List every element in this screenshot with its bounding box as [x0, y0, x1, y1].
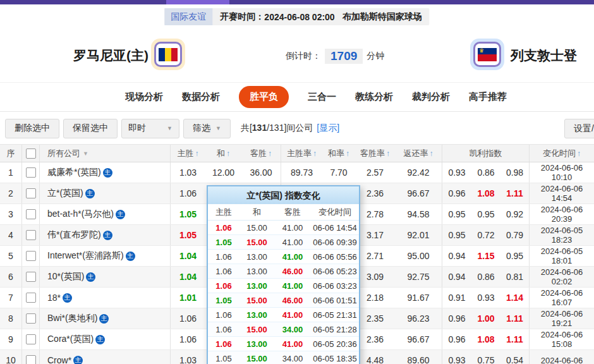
- checkbox-icon: [26, 188, 36, 198]
- show-link[interactable]: [显示]: [317, 123, 339, 133]
- cell-kelly-1: 0.96: [442, 183, 471, 203]
- company-name: 18*: [47, 293, 61, 303]
- cell-payout: 96.67: [395, 329, 442, 349]
- sort-asc-icon: ↑: [386, 149, 390, 158]
- cell-kelly-1: 0.96: [442, 308, 471, 329]
- row-number: 9: [0, 329, 22, 349]
- cell-home-rate: 89.73: [281, 162, 322, 183]
- countdown-unit: 分钟: [367, 51, 384, 62]
- cell-draw-odds: 12.00: [205, 162, 241, 183]
- keep-selected-button[interactable]: 保留选中: [63, 119, 118, 138]
- col-header-away[interactable]: 客胜↑: [241, 145, 281, 162]
- tab-三合一[interactable]: 三合一: [308, 91, 336, 103]
- cell-kelly-2: 0.95: [471, 204, 500, 224]
- company-cell[interactable]: Cora*(英国)主: [40, 329, 171, 349]
- col-header-kelly: 凯利指数: [442, 145, 530, 162]
- cell-payout: 92.75: [395, 267, 442, 287]
- change-time-text: 2024-06-0518:01: [541, 246, 583, 265]
- cell-kelly-2: 0.86: [471, 162, 500, 183]
- cell-kelly-2: 1.08: [471, 329, 500, 349]
- cell-kelly-2: 1.08: [471, 183, 500, 203]
- col-header-away-rate[interactable]: 客胜率↑: [355, 145, 395, 162]
- change-time-text: 2024-06-0610:10: [541, 163, 583, 182]
- change-clock: 10:10: [541, 173, 583, 182]
- company-cell[interactable]: Bwi*(奥地利)主: [40, 308, 171, 329]
- instant-dropdown[interactable]: 即时▼: [121, 119, 179, 138]
- row-checkbox[interactable]: [22, 267, 40, 287]
- change-date: 2024-06-06: [541, 309, 583, 318]
- company-cell[interactable]: Interwet*(塞浦路斯)主: [40, 246, 171, 266]
- filter-dropdown[interactable]: 筛选▼: [183, 119, 231, 138]
- col-header-home[interactable]: 主胜↑: [171, 145, 205, 162]
- main-company-badge-icon: 主: [63, 293, 72, 303]
- col-header-home-rate[interactable]: 主胜率↑: [281, 145, 322, 162]
- row-checkbox[interactable]: [22, 204, 40, 224]
- popup-change-time: 06-05 21:28: [311, 322, 359, 336]
- delete-selected-button[interactable]: 删除选中: [5, 119, 59, 138]
- popup-change-time: 06-06 05:56: [311, 250, 359, 264]
- main-company-badge-icon: 主: [95, 335, 105, 344]
- cell-kelly-1: 0.96: [442, 329, 471, 349]
- row-checkbox[interactable]: [22, 246, 40, 266]
- col-header-change-time[interactable]: 变化时间↑: [530, 145, 594, 162]
- row-checkbox[interactable]: [22, 288, 40, 308]
- company-cell[interactable]: 立*(英国)主: [40, 183, 171, 203]
- select-all-checkbox[interactable]: [22, 145, 40, 162]
- popup-draw-odds: 15.00: [239, 293, 274, 307]
- checkbox-icon: [26, 149, 36, 159]
- sort-asc-icon: ↑: [195, 149, 199, 158]
- cell-away-rate: 2.18: [355, 288, 395, 308]
- table-toolbar: 删除选中 保留选中 即时▼ 筛选▼ 共[131/131]间公司[显示] 设置/选: [0, 112, 594, 144]
- change-clock: 18:01: [541, 256, 583, 265]
- company-cell[interactable]: 威廉希*(英国)主: [40, 162, 171, 183]
- cell-kelly-3: 0.79: [500, 225, 530, 245]
- col-header-home-rate-label: 主胜率: [287, 148, 312, 159]
- col-header-draw-rate[interactable]: 和率↑: [322, 145, 355, 162]
- row-checkbox[interactable]: [22, 162, 40, 183]
- cell-away-rate: 2.36: [355, 183, 395, 203]
- row-checkbox[interactable]: [22, 183, 40, 203]
- row-number: 3: [0, 204, 22, 224]
- sort-asc-icon: ↑: [577, 149, 581, 158]
- tab-高手推荐[interactable]: 高手推荐: [469, 91, 507, 103]
- popup-draw-odds: 13.00: [239, 279, 274, 293]
- company-name: Cora*(英国): [47, 334, 94, 345]
- checkbox-icon: [26, 167, 36, 178]
- main-company-badge-icon: 主: [116, 210, 125, 219]
- col-header-payout[interactable]: 返还率↑: [395, 145, 442, 162]
- company-cell[interactable]: Crow*主: [40, 350, 171, 364]
- kickoff-time: 开赛时间：2024-06-08 02:00: [212, 8, 338, 25]
- cell-payout: 95.00: [395, 246, 442, 266]
- popup-change-time: 06-05 20:36: [311, 337, 359, 351]
- tab-教练分析[interactable]: 教练分析: [355, 91, 393, 103]
- change-date: 2024-06-06: [541, 356, 583, 364]
- cell-kelly-2: 1.00: [471, 308, 500, 329]
- row-checkbox[interactable]: [22, 350, 40, 364]
- row-checkbox[interactable]: [22, 329, 40, 349]
- settings-button[interactable]: 设置/选: [564, 119, 594, 138]
- company-cell[interactable]: 伟*(直布罗陀)主: [40, 225, 171, 245]
- kickoff-value: 2024-06-08 02:00: [264, 12, 334, 22]
- tab-现场分析[interactable]: 现场分析: [125, 91, 163, 103]
- row-number: 8: [0, 308, 22, 329]
- row-checkbox[interactable]: [22, 308, 40, 329]
- col-header-company[interactable]: 所有公司▼: [40, 145, 171, 162]
- cell-away-rate: 2.78: [355, 204, 395, 224]
- tab-数据分析[interactable]: 数据分析: [182, 91, 220, 103]
- row-checkbox[interactable]: [22, 225, 40, 245]
- company-cell[interactable]: bet-at-h*(马尔他)主: [40, 204, 171, 224]
- company-cell[interactable]: 18*主: [40, 288, 171, 308]
- tab-裁判分析[interactable]: 裁判分析: [412, 91, 450, 103]
- sort-asc-icon: ↑: [268, 149, 272, 158]
- match-info-bar: 国际友谊 开赛时间：2024-06-08 02:00 布加勒斯特国家球场: [164, 8, 429, 25]
- cell-kelly-3: 1.11: [500, 308, 530, 329]
- company-name: Interwet*(塞浦路斯): [47, 250, 124, 262]
- popup-col-header: 主胜: [208, 204, 239, 220]
- popup-change-time: 06-06 03:23: [311, 279, 359, 293]
- popup-change-time: 06-06 05:23: [311, 264, 359, 278]
- tab-胜平负[interactable]: 胜平负: [239, 86, 289, 108]
- col-header-draw[interactable]: 和↑: [205, 145, 241, 162]
- change-date: 2024-06-06: [541, 163, 583, 173]
- company-cell[interactable]: 10*(英国)主: [40, 267, 171, 287]
- cell-kelly-1: 0.94: [442, 246, 471, 266]
